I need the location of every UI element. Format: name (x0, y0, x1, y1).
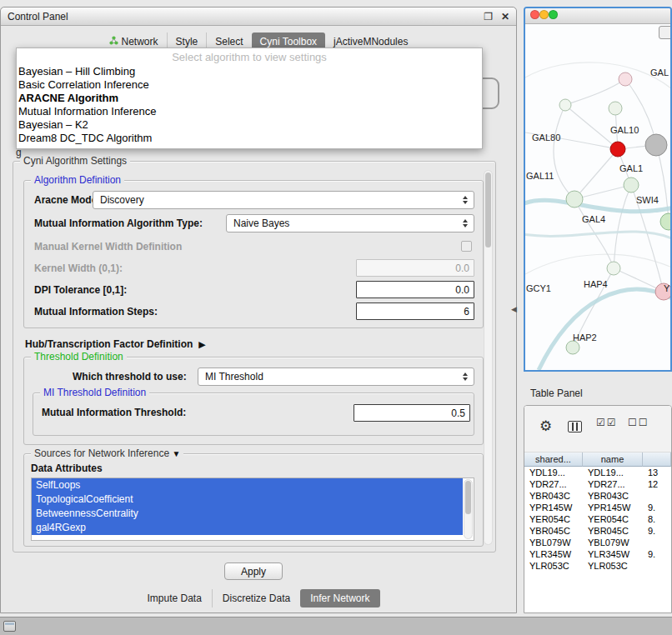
table-toolbar: ⚙ ☑☑ ☐☐ (524, 406, 671, 452)
table-row[interactable]: YBL079WYBL079W (524, 537, 671, 548)
network-edge (539, 289, 670, 370)
manual-kernel-checkbox[interactable] (461, 241, 472, 252)
tab-discretize-data[interactable]: Discretize Data (212, 589, 300, 608)
float-window-icon[interactable]: ❐ (484, 12, 493, 22)
table-cell: YPR145W (524, 502, 583, 513)
node-label-gal80: GAL80 (532, 132, 560, 142)
unchecked-box-icon: ☐ (628, 417, 639, 428)
network-node[interactable] (607, 262, 620, 275)
network-edge (574, 149, 618, 199)
table-row[interactable]: YLR345WYLR345W9. (524, 548, 671, 560)
table-cell: YER054C (583, 513, 643, 525)
data-attribute-item[interactable]: BetweennessCentrality (32, 507, 463, 521)
settings-scrollbar-thumb[interactable] (485, 172, 491, 248)
table-row[interactable]: YLR053CYLR053C (524, 560, 671, 572)
mi-type-select[interactable]: Naive Bayes (226, 214, 474, 232)
table-cell: 8. (643, 513, 671, 525)
dpi-tolerance-input[interactable] (356, 281, 474, 298)
settings-scrollbar[interactable] (484, 170, 493, 545)
algorithm-option-bayesian-hill-climbing[interactable]: Bayesian – Hill Climbing (17, 65, 482, 78)
table-row[interactable]: YPR145WYPR145W9. (524, 502, 671, 513)
node-GAL10[interactable] (610, 142, 625, 157)
node-HAP2[interactable] (566, 341, 579, 354)
network-node[interactable] (559, 99, 571, 111)
node-GAL1[interactable] (624, 178, 639, 192)
mi-threshold-label: Mutual Information Threshold: (42, 407, 186, 418)
list-scrollbar-thumb[interactable] (465, 481, 471, 514)
expand-arrow-icon[interactable]: ▶ (198, 340, 205, 349)
node-label-hap4: HAP4 (584, 279, 608, 289)
manual-kernel-row: Manual Kernel Width Definition (24, 238, 483, 256)
close-button[interactable] (530, 10, 539, 19)
combo-arrows-icon (460, 215, 470, 232)
tab-impute-data[interactable]: Impute Data (137, 589, 211, 608)
mi-type-row: Mutual Information Algorithm Type: Naive… (24, 214, 483, 232)
table-panel-window: ⚙ ☑☑ ☐☐ shared...name YDL19...YDL19...13… (524, 405, 672, 613)
table-cell: YBR045C (583, 525, 643, 537)
network-node[interactable] (660, 213, 670, 230)
mi-steps-input[interactable] (356, 302, 474, 320)
kernel-width-label: Kernel Width (0,1): (34, 259, 123, 278)
network-edge (525, 62, 670, 89)
dpi-tolerance-label: DPI Tolerance [0,1]: (34, 281, 127, 299)
list-scrollbar[interactable] (464, 479, 473, 539)
birdseye-view-box[interactable] (659, 26, 672, 39)
data-attribute-item[interactable]: gal4RGexp (32, 521, 463, 535)
table-row[interactable]: YBR045CYBR045C9. (524, 525, 671, 537)
data-attribute-item[interactable]: TopologicalCoefficient (32, 492, 463, 507)
column-header-shared[interactable]: shared... (524, 452, 583, 467)
hub-section-label: Hub/Transcription Factor Definition (25, 338, 193, 350)
aracne-mode-select[interactable]: Discovery (93, 191, 474, 209)
control-panel-titlebar[interactable]: Control Panel ❐ ✕ (1, 8, 516, 26)
data-attributes-items: SelfLoopsTopologicalCoefficientBetweenne… (32, 478, 474, 535)
column-header-name[interactable]: name (583, 452, 643, 467)
node-label-gal4: GAL4 (582, 214, 605, 224)
mi-threshold-input[interactable] (354, 404, 470, 422)
table-cell: YPR145W (583, 502, 643, 513)
network-node[interactable] (609, 102, 622, 115)
hub-section-expander[interactable]: Hub/Transcription Factor Definition ▶ (25, 337, 206, 352)
mi-threshold-group: MI Threshold Definition Mutual Informati… (33, 392, 474, 436)
taskbar-strip (0, 617, 672, 635)
kernel-width-input[interactable] (356, 259, 474, 277)
show-columns-icon[interactable]: ☑☑ (596, 418, 618, 428)
table-cell: YLR345W (583, 548, 643, 560)
table-row[interactable]: YER054CYER054C8. (524, 513, 671, 525)
column-layout-icon[interactable] (568, 421, 582, 432)
table-row[interactable]: YBR043CYBR043C (524, 490, 671, 502)
algorithm-option-bayesian-k2[interactable]: Bayesian – K2 (17, 118, 482, 132)
table-row[interactable]: YDL19...YDL19...13 (524, 467, 671, 478)
table-cell: YDL19... (524, 467, 583, 478)
algorithm-option-basic-correlation-inference[interactable]: Basic Correlation Inference (17, 78, 482, 92)
data-attribute-item[interactable]: SelfLoops (32, 478, 463, 492)
zoom-button[interactable] (549, 10, 558, 19)
minimized-window-icon[interactable] (3, 621, 16, 632)
panel-splitter-arrow[interactable]: ◀ (511, 305, 517, 313)
network-node[interactable] (645, 134, 667, 156)
which-threshold-select[interactable]: MI Threshold (198, 368, 474, 386)
algorithm-option-mutual-information-inference[interactable]: Mutual Information Inference (17, 105, 482, 118)
aracne-mode-value: Discovery (100, 194, 144, 206)
collapse-arrow-icon[interactable]: ▼ (172, 449, 180, 458)
apply-button[interactable]: Apply (224, 562, 283, 580)
column-header-extra[interactable] (643, 452, 671, 467)
table-row[interactable]: YDR27...YDR27...12 (524, 478, 671, 490)
network-window-titlebar[interactable] (525, 8, 670, 24)
minimize-button[interactable] (539, 10, 549, 19)
tab-infer-network[interactable]: Infer Network (300, 589, 379, 608)
node-label-hap2: HAP2 (573, 332, 597, 342)
which-threshold-row: Which threshold to use: MI Threshold (24, 368, 483, 386)
tab-label: jActiveMNodules (333, 36, 408, 48)
network-edge (565, 79, 625, 105)
close-icon[interactable]: ✕ (501, 12, 509, 22)
mi-type-label: Mutual Information Algorithm Type: (34, 214, 203, 232)
algorithm-option-dream8-dc-tdc-algorithm[interactable]: Dream8 DC_TDC Algorithm (17, 132, 482, 145)
hide-columns-icon[interactable]: ☐☐ (628, 418, 649, 428)
table-cell: 9. (643, 525, 671, 537)
gear-icon[interactable]: ⚙ (539, 419, 552, 433)
network-node[interactable] (619, 72, 632, 86)
node-GAL4[interactable] (566, 191, 583, 208)
node-label-swi4: SWI4 (636, 195, 659, 205)
algorithm-option-aracne-algorithm[interactable]: ARACNE Algorithm (17, 92, 482, 105)
unchecked-box-icon: ☐ (639, 417, 649, 428)
